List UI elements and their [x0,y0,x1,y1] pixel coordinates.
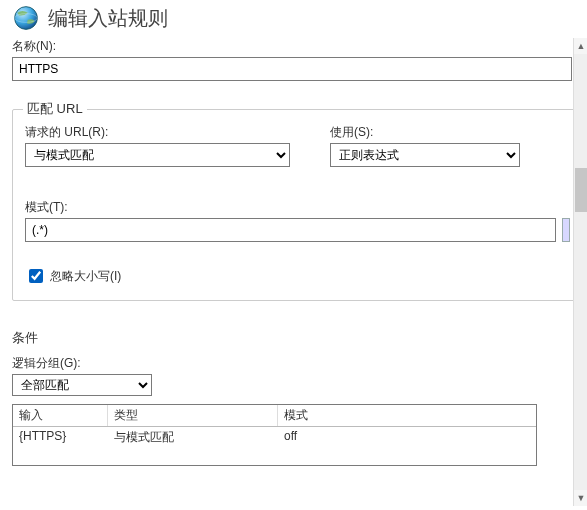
conditions-table[interactable]: 输入 类型 模式 {HTTPS} 与模式匹配 off [12,404,537,466]
conditions-section: 条件 逻辑分组(G): 全部匹配 输入 类型 模式 {HTTPS} 与模式匹配 … [12,329,583,466]
col-input: 输入 [13,405,108,426]
ignore-case-checkbox[interactable] [29,269,43,283]
table-header: 输入 类型 模式 [13,405,536,427]
cell-mode: off [278,427,536,448]
vertical-scrollbar[interactable]: ▲ ▼ [573,38,587,506]
grouping-select[interactable]: 全部匹配 [12,374,152,396]
conditions-heading: 条件 [12,329,583,347]
requested-url-label: 请求的 URL(R): [25,124,290,141]
scroll-down-icon[interactable]: ▼ [574,490,587,506]
pattern-label: 模式(T): [25,199,570,216]
cell-type: 与模式匹配 [108,427,278,448]
col-mode: 模式 [278,405,536,426]
svg-point-0 [15,7,38,30]
ignore-case-label: 忽略大小写(I) [50,268,121,285]
match-url-legend: 匹配 URL [23,100,87,118]
dialog-edit-inbound-rule: 编辑入站规则 名称(N): 匹配 URL 请求的 URL(R): 与模式匹配 使… [10,2,585,508]
table-row[interactable]: {HTTPS} 与模式匹配 off [13,427,536,448]
scroll-up-icon[interactable]: ▲ [574,38,587,54]
cell-input: {HTTPS} [13,427,108,448]
name-input[interactable] [12,57,572,81]
test-pattern-button[interactable] [562,218,570,242]
pattern-input[interactable] [25,218,556,242]
title-bar: 编辑入站规则 [10,2,585,38]
globe-icon [12,4,40,32]
name-label: 名称(N): [12,38,585,55]
using-select[interactable]: 正则表达式 [330,143,520,167]
col-type: 类型 [108,405,278,426]
grouping-label: 逻辑分组(G): [12,355,583,372]
scroll-thumb[interactable] [575,168,587,212]
ignore-case-row[interactable]: 忽略大小写(I) [25,266,570,286]
requested-url-select[interactable]: 与模式匹配 [25,143,290,167]
dialog-title: 编辑入站规则 [48,5,168,32]
using-label: 使用(S): [330,124,520,141]
match-url-group: 匹配 URL 请求的 URL(R): 与模式匹配 使用(S): 正则表达式 模式… [12,109,583,301]
